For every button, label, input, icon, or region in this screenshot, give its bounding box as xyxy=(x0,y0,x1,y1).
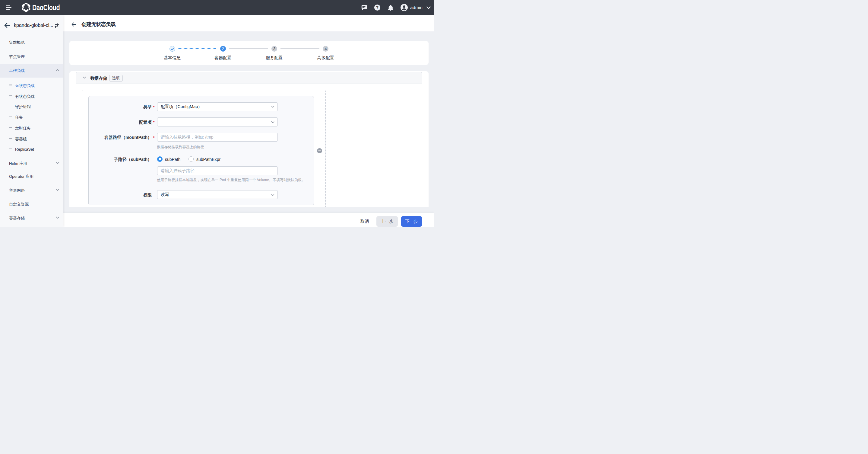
svg-text:?: ? xyxy=(376,5,379,10)
